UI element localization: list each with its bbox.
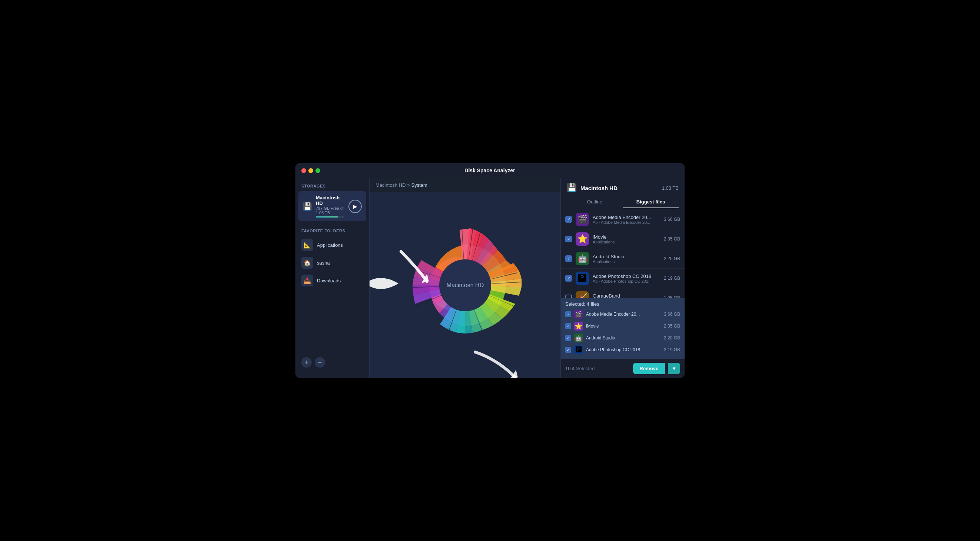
sasha-label: sasha [317,260,330,266]
file-item-android-studio[interactable]: 🤖 Android Studio Applications 2.20 GB [561,249,684,269]
sel-name-1: iMovie [586,323,661,329]
file-list: 🎬 Adobe Media Encoder 20... Ap · Adobe M… [561,208,684,298]
selected-item-2[interactable]: 🤖 Android Studio 2.20 GB [565,332,680,344]
bottom-panel: 10.4 Selected Remove ▼ [561,359,684,378]
selected-item-1[interactable]: ⭐ iMovie 2.35 GB [565,320,680,332]
app-window: Disk Space Analyzer Storages 💾 Macintosh… [296,163,684,378]
storage-name: Macintosh HD [316,195,345,206]
sel-size-2: 2.20 GB [664,335,680,341]
breadcrumb-root[interactable]: Macintosh HD [375,182,406,188]
file-size-2: 2.20 GB [664,256,680,261]
remove-button[interactable]: Remove [633,363,665,374]
sel-size-3: 2.19 GB [664,347,680,352]
file-name-1: iMovie [593,234,660,240]
applications-label: Applications [317,242,343,248]
tab-outline[interactable]: Outline [567,196,623,208]
sidebar-item-downloads[interactable]: 📥 Downloads [301,272,363,290]
tab-biggest-files[interactable]: Biggest files [623,196,679,208]
file-icon-2: 🤖 [576,252,589,265]
bottom-arrow [468,348,523,378]
downloads-icon: 📥 [301,275,313,286]
file-name-3: Adobe Photoshop CC 2018 [593,274,660,279]
sidebar-item-applications[interactable]: 📐 Applications [301,236,363,254]
maximize-button[interactable] [315,168,320,173]
sel-checkbox-1[interactable] [565,323,571,329]
storage-bar [316,216,345,218]
sel-icon-2: 🤖 [574,334,583,342]
sidebar-bottom: + − [296,353,369,372]
selected-item-3[interactable]: 🅿 Adobe Photoshop CC 2018 2.19 GB [565,344,680,356]
sel-size-1: 2.35 GB [664,323,680,329]
selected-label: Selected: 4 files [565,301,680,307]
file-sub-3: Ap · Adobe Photoshop CC 201... [593,279,660,283]
downloads-label: Downloads [317,278,340,283]
sel-checkbox-0[interactable] [565,311,571,317]
file-info-4: GarageBand Applications [593,293,660,299]
file-name-2: Android Studio [593,254,660,259]
applications-icon: 📐 [301,239,313,251]
file-item-imovie[interactable]: ⭐ iMovie Applications 2.35 GB [561,229,684,249]
right-header: 💾 Macintosh HD 1.03 TB [561,178,684,193]
storage-icon: 💾 [303,202,312,211]
storage-item-macintosh-hd[interactable]: 💾 Macintosh HD 797 GB Free of 1.03 TB ▶ [298,191,366,221]
play-button[interactable]: ▶ [348,200,362,213]
sel-icon-1: ⭐ [574,321,583,331]
file-checkbox-4[interactable] [565,294,572,298]
tabs-row: Outline Biggest files [561,193,684,208]
breadcrumb-separator: > [407,182,411,188]
storage-free: 797 GB Free of 1.03 TB [316,206,345,215]
selected-section: Selected: 4 files 🎬 Adobe Media Encoder … [561,298,684,359]
file-icon-0: 🎬 [576,213,589,226]
file-item-adobe-media[interactable]: 🎬 Adobe Media Encoder 20... Ap · Adobe M… [561,210,684,229]
selected-item-0[interactable]: 🎬 Adobe Media Encoder 20... 3.66 GB [565,308,680,320]
title-bar: Disk Space Analyzer [296,163,684,178]
storage-info: Macintosh HD 797 GB Free of 1.03 TB [316,195,345,218]
main-content: Storages 💾 Macintosh HD 797 GB Free of 1… [296,178,684,378]
disk-icon: 💾 [567,183,577,193]
file-size-4: 1.05 GB [664,295,680,298]
file-checkbox-2[interactable] [565,255,572,262]
sel-checkbox-2[interactable] [565,335,571,341]
file-checkbox-1[interactable] [565,235,572,242]
file-item-garageband[interactable]: 🎸 GarageBand Applications 1.05 GB [561,288,684,298]
svg-text:Macintosh HD: Macintosh HD [446,282,483,288]
app-title: Disk Space Analyzer [323,167,656,173]
breadcrumb-bar: Macintosh HD > System [369,178,560,192]
close-button[interactable] [301,168,306,173]
file-icon-4: 🎸 [576,291,589,298]
sidebar: Storages 💾 Macintosh HD 797 GB Free of 1… [296,178,369,378]
file-icon-3: 🅿 [576,272,589,285]
file-info-1: iMovie Applications [593,234,660,244]
file-checkbox-3[interactable] [565,275,572,282]
breadcrumb-current: System [411,182,427,188]
sel-name-3: Adobe Photoshop CC 2018 [586,347,661,352]
file-item-photoshop[interactable]: 🅿 Adobe Photoshop CC 2018 Ap · Adobe Pho… [561,269,684,288]
sasha-icon: 🏠 [301,257,313,269]
file-checkbox-0[interactable] [565,216,572,223]
favorite-folders-label: Favorite Folders [301,229,363,233]
right-panel: 💾 Macintosh HD 1.03 TB Outline Biggest f… [560,178,684,378]
file-info-0: Adobe Media Encoder 20... Ap · Adobe Med… [593,215,660,224]
sidebar-item-sasha[interactable]: 🏠 sasha [301,254,363,272]
storage-bar-fill [316,216,338,218]
minimize-button[interactable] [309,168,313,173]
main-area: Macintosh HD > System [369,178,560,378]
sel-icon-0: 🎬 [574,310,583,319]
remove-chevron-button[interactable]: ▼ [668,363,680,374]
remove-folder-button[interactable]: − [315,357,325,368]
file-size-1: 2.35 GB [664,236,680,242]
file-icon-1: ⭐ [576,232,589,246]
total-info: 10.4 Selected [565,366,630,371]
sel-name-0: Adobe Media Encoder 20... [586,312,661,317]
file-sub-1: Applications [593,240,660,244]
sel-icon-3: 🅿 [574,345,583,354]
right-arrow [397,244,434,289]
storages-label: Storages [296,184,369,191]
file-name-0: Adobe Media Encoder 20... [593,215,660,220]
file-info-3: Adobe Photoshop CC 2018 Ap · Adobe Photo… [593,274,660,283]
sel-name-2: Android Studio [586,335,661,341]
file-info-2: Android Studio Applications [593,254,660,264]
add-folder-button[interactable]: + [301,357,312,368]
sel-checkbox-3[interactable] [565,347,571,353]
disk-size: 1.03 TB [662,185,679,191]
